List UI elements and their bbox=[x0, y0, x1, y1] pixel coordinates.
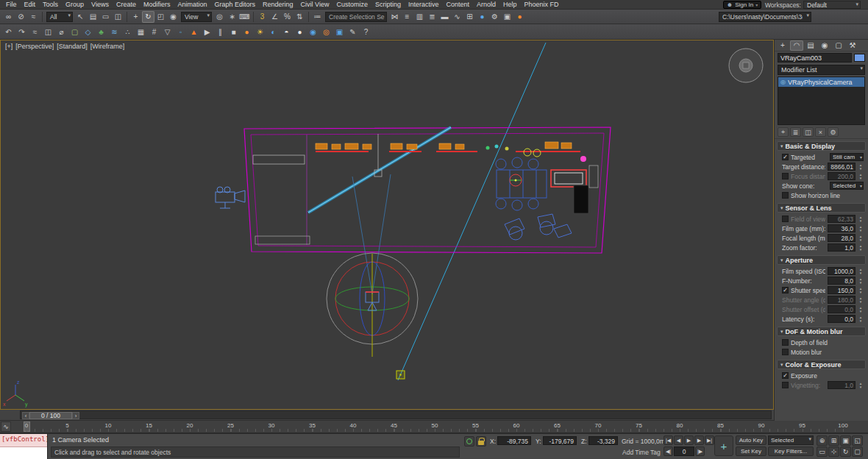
menu-item-modifiers[interactable]: Modifiers bbox=[140, 1, 174, 8]
z-coord-field[interactable]: -3,329 bbox=[588, 436, 618, 445]
viewport-pov-menu[interactable]: [Perspective] bbox=[15, 43, 54, 50]
object-color-swatch[interactable] bbox=[854, 54, 865, 62]
checkbox-vignetting[interactable] bbox=[782, 382, 789, 388]
menu-item-help[interactable]: Help bbox=[499, 1, 521, 8]
render-production-icon[interactable]: ● bbox=[513, 11, 526, 23]
spinner-down-icon[interactable]: ▾ bbox=[858, 248, 864, 252]
rollout-header-sensor-lens[interactable]: ▾Sensor & Lens bbox=[777, 203, 866, 213]
reference-coordinate-dropdown[interactable]: View ▾ bbox=[181, 12, 212, 22]
rollout-header-basic-display[interactable]: ▾Basic & Display bbox=[777, 141, 866, 151]
align-icon[interactable]: ≡ bbox=[401, 11, 413, 23]
menu-item-customize[interactable]: Customize bbox=[332, 1, 371, 8]
zoom-icon[interactable]: ⊕ bbox=[817, 435, 828, 446]
checkbox-depth-of-field[interactable] bbox=[782, 339, 789, 346]
checkbox-exposure[interactable]: ✓ bbox=[782, 372, 789, 379]
spinner-shutter-speed-s-1[interactable]: ▴▾ bbox=[858, 287, 864, 293]
spinner-zoom-factor[interactable]: ▴▾ bbox=[858, 244, 864, 251]
render-setup-icon[interactable]: ⚙ bbox=[488, 11, 501, 23]
viewport-general-menu[interactable]: [+] bbox=[5, 43, 13, 50]
menu-item-tools[interactable]: Tools bbox=[39, 1, 62, 8]
select-and-place-icon[interactable]: ◉ bbox=[167, 11, 179, 23]
sign-in-button[interactable]: ☻ Sign In ▾ bbox=[723, 1, 761, 9]
curve-editor-icon[interactable]: ∿ bbox=[451, 11, 463, 23]
selection-filter-dropdown[interactable]: All ▾ bbox=[46, 12, 73, 22]
select-by-name-icon[interactable]: ▤ bbox=[87, 11, 99, 23]
zoom-all-icon[interactable]: ⊞ bbox=[828, 435, 839, 446]
modify-tab-icon[interactable]: ◠ bbox=[790, 40, 803, 51]
selection-lock-toggle[interactable] bbox=[476, 436, 486, 446]
stack-item-vrayphysicalcamera[interactable]: ◎VRayPhysicalCamera bbox=[778, 77, 864, 87]
checkbox-targeted[interactable]: ✓ bbox=[782, 154, 789, 160]
value-field-target-distance[interactable]: 8866,01 bbox=[828, 163, 855, 171]
add-time-tag[interactable]: Add Time Tag bbox=[622, 449, 661, 456]
key-filters-button[interactable]: Key Filters... bbox=[768, 446, 814, 456]
value-field-shutter-offset-deg[interactable]: 0,0 bbox=[828, 305, 855, 313]
value-field-film-gate-mm[interactable]: 36,0 bbox=[828, 224, 855, 232]
create-tab-icon[interactable]: + bbox=[776, 40, 789, 51]
next-frame-button[interactable]: ▶ bbox=[694, 435, 704, 445]
value-field-film-speed-iso[interactable]: 1000,0 bbox=[828, 267, 855, 275]
value-field-field-of-view[interactable]: 62,33 bbox=[828, 215, 855, 223]
menu-item-group[interactable]: Group bbox=[62, 1, 88, 8]
sphere-light-icon[interactable]: ● bbox=[294, 26, 306, 38]
spinner-down-icon[interactable]: ▾ bbox=[858, 291, 864, 294]
spinner-focus-distance[interactable]: ▴▾ bbox=[858, 173, 864, 179]
spinner-down-icon[interactable]: ▾ bbox=[858, 281, 864, 285]
listener-script-line[interactable] bbox=[0, 446, 47, 459]
rendered-frame-window-icon[interactable]: ▣ bbox=[501, 11, 513, 23]
vray-frame-buffer-icon[interactable]: ▣ bbox=[333, 26, 346, 38]
rectangular-selection-region-icon[interactable]: ▭ bbox=[99, 11, 112, 23]
show-end-result-icon[interactable]: ≣ bbox=[790, 127, 801, 137]
time-slider-track[interactable]: ‹ 0 / 100 › bbox=[20, 410, 772, 419]
spinner-latency-s[interactable]: ▴▾ bbox=[858, 316, 864, 322]
select-object-icon[interactable]: ↖ bbox=[74, 11, 87, 23]
mirror-icon[interactable]: ⋈ bbox=[388, 11, 401, 23]
checkbox-motion-blur[interactable] bbox=[782, 349, 789, 355]
spinner-down-icon[interactable]: ▾ bbox=[858, 310, 864, 313]
go-to-start-button[interactable]: |◀ bbox=[664, 435, 673, 445]
dropdown-targeted[interactable]: Still cam▾ bbox=[830, 153, 864, 161]
proxy-object-icon[interactable]: ◇ bbox=[82, 26, 94, 38]
time-slider-next-arrow[interactable]: › bbox=[72, 412, 79, 419]
menu-item-edit[interactable]: Edit bbox=[21, 1, 40, 8]
value-field-f-number[interactable]: 8,0 bbox=[828, 277, 855, 285]
spinner-down-icon[interactable]: ▾ bbox=[858, 238, 864, 242]
render-teapot-icon[interactable]: ● bbox=[241, 26, 253, 38]
zoom-region-icon[interactable]: ▭ bbox=[817, 446, 828, 457]
select-similar-icon[interactable]: ≈ bbox=[29, 26, 41, 38]
forest-pack-icon[interactable]: ♣ bbox=[95, 26, 107, 38]
toggle-scene-explorer-icon[interactable]: ▥ bbox=[413, 11, 426, 23]
toggle-layer-explorer-icon[interactable]: ≣ bbox=[426, 11, 438, 23]
phoenix-stop-sim-icon[interactable]: ■ bbox=[227, 26, 240, 38]
pin-stack-icon[interactable]: ⌖ bbox=[778, 127, 789, 137]
menu-item-animation[interactable]: Animation bbox=[174, 1, 210, 8]
value-field-zoom-factor[interactable]: 1,0 bbox=[828, 243, 855, 252]
container-icon[interactable]: ▢ bbox=[68, 26, 81, 38]
spinner-snap-icon[interactable]: ⇅ bbox=[294, 11, 306, 23]
clone-icon[interactable]: ◫ bbox=[42, 26, 54, 38]
remove-modifier-icon[interactable]: × bbox=[815, 127, 826, 137]
use-pivot-point-center-icon[interactable]: ◎ bbox=[213, 11, 226, 23]
camera-target-helper[interactable] bbox=[396, 371, 405, 379]
utilities-tab-icon[interactable]: ⚒ bbox=[846, 40, 859, 51]
x-coord-field[interactable]: -89,735 bbox=[497, 436, 531, 445]
auto-key-button[interactable]: Auto Key bbox=[736, 435, 766, 445]
spinner-down-icon[interactable]: ▾ bbox=[858, 271, 864, 275]
edit-named-selection-sets-icon[interactable]: ≔ bbox=[311, 11, 324, 23]
menu-item-interactive[interactable]: Interactive bbox=[405, 1, 443, 8]
time-slider-handle[interactable]: 0 / 100 bbox=[29, 412, 72, 419]
y-coord-field[interactable]: -179,679 bbox=[543, 436, 577, 445]
relink-bitmaps-icon[interactable]: # bbox=[148, 26, 160, 38]
select-and-move-icon[interactable]: + bbox=[129, 11, 142, 23]
spinner-film-speed-iso[interactable]: ▴▾ bbox=[858, 268, 864, 274]
named-selection-set-field[interactable]: Create Selection Se bbox=[325, 12, 387, 22]
menu-item-graph-editors[interactable]: Graph Editors bbox=[210, 1, 259, 8]
viewport-scene[interactable]: x y z bbox=[1, 40, 774, 410]
time-slider-prev-arrow[interactable]: ‹ bbox=[22, 412, 29, 419]
viewport-render-preset-menu[interactable]: [Standard] bbox=[57, 43, 88, 50]
window-crossing-icon[interactable]: ◫ bbox=[112, 11, 124, 23]
orbit-camera-icon[interactable]: ↻ bbox=[840, 446, 851, 457]
render-last-icon[interactable]: ◎ bbox=[320, 26, 332, 38]
material-editor-icon[interactable]: ● bbox=[476, 11, 488, 23]
spinner-down-icon[interactable]: ▾ bbox=[858, 300, 864, 304]
